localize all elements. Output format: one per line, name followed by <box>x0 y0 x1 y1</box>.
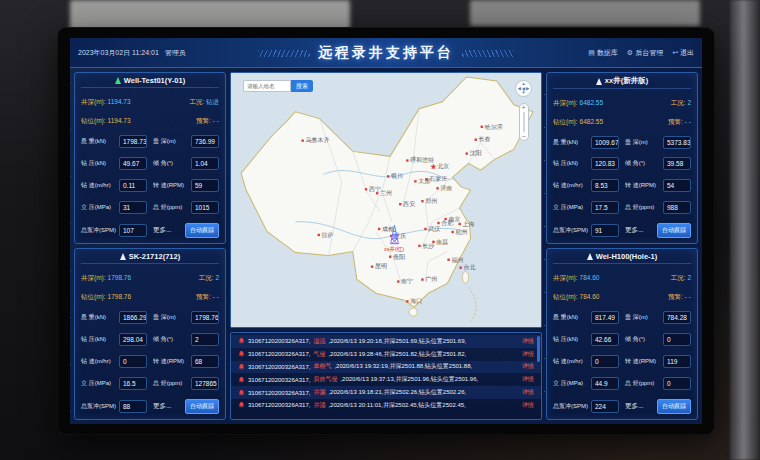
kv-label: 工况: <box>671 99 686 106</box>
city-label: 台北 <box>464 263 476 271</box>
zoom-in-icon[interactable]: + <box>521 104 525 111</box>
metric-value: 42.66 <box>591 333 619 346</box>
alarm-detail-link[interactable]: 详情 <box>522 401 534 410</box>
alarm-detail-link[interactable]: 详情 <box>522 388 534 397</box>
alarm-row[interactable]: 31067120200326A317,单根气,2020/6/13 19:32:1… <box>231 361 541 374</box>
zoom-out-icon[interactable]: − <box>521 133 525 140</box>
city-dot <box>397 280 399 282</box>
auto-track-button[interactable]: 自动跟踪 <box>185 399 219 414</box>
china-map[interactable]: ★北京哈尔滨长春沈阳呼和浩特石家庄太原济南郑州西安兰州银川西宁乌鲁木齐拉萨成都重… <box>230 72 542 328</box>
pan-left-icon[interactable]: ◀ <box>518 86 521 91</box>
city-dot <box>414 180 416 182</box>
header-decoration <box>258 50 310 57</box>
metric: 转 速(RPM)119 <box>625 355 691 368</box>
metric: 倾 角(°)2 <box>153 333 219 346</box>
more-link[interactable]: 更多... <box>153 226 171 235</box>
more-link[interactable]: 更多... <box>625 402 643 411</box>
metric: 总 烃(ppm)0 <box>625 377 691 390</box>
alarm-detail: ,2020/6/13 19:20:18,井深2501.69,钻头位置2501.6… <box>328 337 466 346</box>
city-dot <box>421 200 423 202</box>
city-label: 贵阳 <box>393 254 405 261</box>
alarm-row[interactable]: 31067120200326A317,井涌,2020/6/13 20:11:01… <box>231 399 541 412</box>
metric: 钻 速(m/hr)8.53 <box>553 179 619 192</box>
nav-database[interactable]: ▤数据库 <box>588 48 618 58</box>
metric-label: 总 烃(ppm) <box>625 379 663 388</box>
city-label: 杭州 <box>454 228 467 236</box>
well-site-marker[interactable]: xx井(红) <box>384 224 404 253</box>
search-input[interactable] <box>243 80 291 92</box>
metric-value: 1798.73 <box>119 135 147 148</box>
city-dot <box>437 222 439 224</box>
kv-label: 钻位(m): <box>553 293 578 300</box>
zoom-track[interactable] <box>523 112 525 132</box>
nav-admin[interactable]: ⚙后台管理 <box>627 48 663 58</box>
city-label: 呼和浩特 <box>410 156 434 164</box>
metric-value: 1798.76 <box>191 311 219 324</box>
metric-label: 悬 重(kN) <box>81 137 119 146</box>
auto-track-button[interactable]: 自动跟踪 <box>185 223 219 238</box>
city-dot <box>447 259 449 261</box>
metric-row: 钻 压(kN)42.66倾 角(°)0 <box>553 333 691 346</box>
alarm-row[interactable]: 31067120200326A317,井漏,2020/6/13 19:18:21… <box>231 386 541 399</box>
header-datetime: 2023年03月02日 11:24:01 <box>78 48 159 58</box>
metric-row: 悬 重(kN)1798.73垂 深(m)736.99 <box>81 135 219 148</box>
city-label: 银川 <box>390 172 403 179</box>
metric-row: 总泵冲(SPM)91更多...自动跟踪 <box>553 223 691 238</box>
kv-label: 预警: <box>196 293 211 300</box>
page-title: 远程录井支持平台 <box>318 44 454 62</box>
background-monitor-blur <box>70 0 350 30</box>
pan-right-icon[interactable]: ▶ <box>526 86 529 91</box>
kv-value: 钻进 <box>206 98 219 105</box>
metric-label: 垂 深(m) <box>625 138 663 147</box>
search-button[interactable]: 搜索 <box>291 80 313 92</box>
city-dot <box>371 265 373 267</box>
city-dot <box>376 192 378 194</box>
kv-pair: 工况:2 <box>671 99 691 108</box>
nav-label: 数据库 <box>597 48 618 58</box>
more-link[interactable]: 更多... <box>625 226 643 235</box>
alarm-detail-link[interactable]: 详情 <box>522 375 534 384</box>
nav-logout[interactable]: ↩退出 <box>672 48 694 58</box>
panel-title-bar: SK-21712(712) <box>81 252 219 264</box>
well-name: SK-21712(712) <box>129 252 180 261</box>
kv-pair: 钻位(m):784.60 <box>553 293 599 302</box>
city-dot <box>406 159 408 161</box>
map-pan-control[interactable]: ▲ ▼ ◀ ▶ <box>515 80 532 97</box>
metric-row: 总泵冲(SPM)88更多...自动跟踪 <box>81 399 219 414</box>
auto-track-button[interactable]: 自动跟踪 <box>657 399 691 414</box>
city-label: 西安 <box>403 200 415 207</box>
alarm-row[interactable]: 31067120200326A317,后效气侵,2020/6/13 19:37:… <box>231 373 541 386</box>
alarm-scrollbar[interactable] <box>537 336 540 362</box>
metric: 钻 压(kN)120.83 <box>553 157 619 170</box>
kv-pair: 井深(m):784.60 <box>553 274 599 283</box>
kv-pair: 预警:- - <box>196 293 219 302</box>
metric: 钻 速(m/hr)0.11 <box>81 179 147 192</box>
alarm-row[interactable]: 31067120200326A317,溢流,2020/6/13 19:20:18… <box>231 335 541 348</box>
metric-value: 0 <box>663 377 691 390</box>
metric-value: 988 <box>663 201 691 214</box>
kv-value: 6482.55 <box>580 99 604 106</box>
city-dot <box>458 223 460 225</box>
alarm-detail: ,2020/6/13 19:37:13,井深2501.96,钻头位置2501.9… <box>340 375 478 384</box>
city-dot <box>418 245 420 247</box>
more-link[interactable]: 更多... <box>153 402 171 411</box>
alarm-detail-link[interactable]: 详情 <box>522 337 534 346</box>
kv-value: 784.60 <box>580 293 600 300</box>
metric-label: 钻 压(kN) <box>81 159 119 168</box>
kv-label: 工况: <box>199 274 214 281</box>
alarm-id: 31067120200326A317, <box>248 364 310 370</box>
metric-label: 转 速(RPM) <box>625 181 663 190</box>
auto-track-button[interactable]: 自动跟踪 <box>657 223 691 238</box>
alarm-detail-link[interactable]: 详情 <box>522 362 534 371</box>
kv-pair: 工况:2 <box>199 274 219 283</box>
pan-center-icon[interactable] <box>522 87 525 90</box>
background-light-strip <box>730 0 760 460</box>
alarm-detail-link[interactable]: 详情 <box>522 350 534 359</box>
alarm-row[interactable]: 31067120200326A317,气侵,2020/6/13 19:28:46… <box>231 348 541 361</box>
city-dot <box>481 126 483 128</box>
metric: 钻 压(kN)49.67 <box>81 157 147 170</box>
map-zoom-control[interactable]: + − <box>519 103 529 141</box>
pan-down-icon[interactable]: ▼ <box>521 91 525 96</box>
dashboard-content: Well-Test01(Y-01)井深(m):1194.73工况:钻进钻位(m)… <box>70 68 702 424</box>
well-panel-sk-21712: SK-21712(712)井深(m):1798.76工况:2钻位(m):1798… <box>74 248 226 420</box>
